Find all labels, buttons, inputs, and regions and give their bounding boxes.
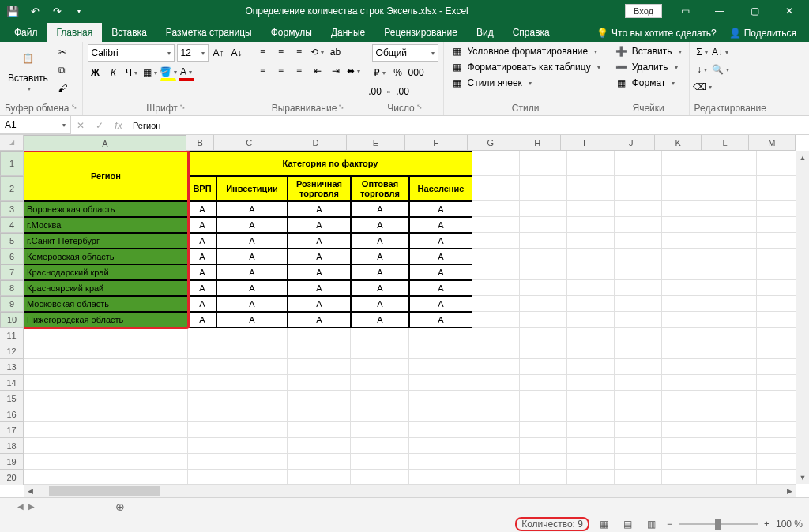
cell-value[interactable]: A bbox=[351, 296, 409, 312]
cell[interactable] bbox=[288, 359, 351, 375]
indent-inc-icon[interactable]: ⇥ bbox=[328, 63, 344, 79]
cell-value[interactable]: A bbox=[288, 249, 351, 264]
row-header-19[interactable]: 19 bbox=[0, 454, 24, 470]
cell-value[interactable]: A bbox=[409, 249, 472, 264]
cell[interactable] bbox=[472, 280, 520, 296]
italic-button[interactable]: К bbox=[106, 65, 122, 81]
cell[interactable] bbox=[472, 249, 520, 264]
cell[interactable] bbox=[288, 454, 351, 470]
cell[interactable] bbox=[757, 280, 796, 296]
cell[interactable] bbox=[351, 422, 409, 438]
cell-value[interactable]: A bbox=[288, 201, 351, 217]
comma-icon[interactable]: 000 bbox=[408, 65, 424, 81]
undo-icon[interactable]: ↶ bbox=[25, 2, 44, 21]
cell[interactable] bbox=[409, 359, 472, 375]
cell-value[interactable]: A bbox=[288, 280, 351, 296]
tab-view[interactable]: Вид bbox=[467, 23, 503, 42]
cell-value[interactable]: A bbox=[216, 233, 288, 249]
cell[interactable] bbox=[472, 375, 520, 391]
cell[interactable] bbox=[216, 422, 288, 438]
cell-region[interactable]: Нижегородская область bbox=[24, 312, 188, 328]
cell[interactable] bbox=[567, 296, 615, 312]
cell[interactable] bbox=[24, 391, 188, 406]
cell[interactable] bbox=[662, 375, 709, 391]
cell[interactable] bbox=[409, 328, 472, 343]
cell[interactable] bbox=[709, 176, 757, 201]
cell[interactable] bbox=[757, 406, 796, 422]
fx-icon[interactable]: fx bbox=[109, 116, 128, 134]
cell-header-retail[interactable]: Розничная торговля bbox=[288, 176, 351, 201]
select-all-corner[interactable]: ◢ bbox=[0, 135, 24, 151]
cell-region[interactable]: г.Москва bbox=[24, 217, 188, 233]
cell[interactable] bbox=[615, 422, 662, 438]
cell[interactable] bbox=[615, 470, 662, 484]
grow-font-icon[interactable]: A↑ bbox=[211, 45, 227, 61]
row-header-14[interactable]: 14 bbox=[0, 375, 24, 391]
cell[interactable] bbox=[709, 280, 757, 296]
cell-value[interactable]: A bbox=[351, 249, 409, 264]
cell[interactable] bbox=[615, 233, 662, 249]
cell[interactable] bbox=[472, 296, 520, 312]
cell[interactable] bbox=[188, 375, 216, 391]
cell[interactable] bbox=[567, 328, 615, 343]
cell[interactable] bbox=[662, 343, 709, 359]
cell[interactable] bbox=[520, 151, 567, 176]
cell[interactable] bbox=[709, 217, 757, 233]
cell[interactable] bbox=[520, 217, 567, 233]
cell[interactable] bbox=[351, 438, 409, 454]
tab-help[interactable]: Справка bbox=[503, 23, 559, 42]
cell-styles-button[interactable]: ▦Стили ячеек▾ bbox=[449, 76, 534, 90]
cell[interactable] bbox=[567, 406, 615, 422]
cell-value[interactable]: A bbox=[216, 217, 288, 233]
cell[interactable] bbox=[757, 296, 796, 312]
cell-value[interactable]: A bbox=[188, 217, 216, 233]
cell[interactable] bbox=[188, 422, 216, 438]
cell-value[interactable]: A bbox=[351, 264, 409, 280]
cell[interactable] bbox=[709, 264, 757, 280]
cell[interactable] bbox=[757, 438, 796, 454]
cell[interactable] bbox=[520, 359, 567, 375]
number-format-select[interactable]: Общий▾ bbox=[372, 44, 438, 62]
cell[interactable] bbox=[615, 359, 662, 375]
row-header-9[interactable]: 9 bbox=[0, 296, 24, 312]
cell-value[interactable]: A bbox=[288, 233, 351, 249]
cell-value[interactable]: A bbox=[216, 201, 288, 217]
copy-icon[interactable]: ⧉ bbox=[55, 62, 70, 78]
launcher-icon[interactable]: ⤡ bbox=[338, 103, 344, 114]
cell[interactable] bbox=[662, 406, 709, 422]
row-header-16[interactable]: 16 bbox=[0, 406, 24, 422]
cell[interactable] bbox=[709, 406, 757, 422]
ribbon-options-icon[interactable]: ▭ bbox=[668, 0, 702, 22]
cell[interactable] bbox=[709, 312, 757, 328]
cell[interactable] bbox=[709, 422, 757, 438]
cell-header-whole[interactable]: Оптовая торговля bbox=[351, 176, 409, 201]
cell[interactable] bbox=[662, 176, 709, 201]
tab-home[interactable]: Главная bbox=[47, 23, 103, 42]
zoom-thumb[interactable] bbox=[715, 519, 721, 530]
qat-customize-icon[interactable]: ▾ bbox=[70, 2, 88, 21]
cell[interactable] bbox=[662, 280, 709, 296]
cell[interactable] bbox=[520, 296, 567, 312]
cell[interactable] bbox=[615, 264, 662, 280]
launcher-icon[interactable]: ⤡ bbox=[179, 103, 186, 114]
maximize-icon[interactable]: ▢ bbox=[738, 0, 771, 22]
cell[interactable] bbox=[409, 422, 472, 438]
find-icon[interactable]: 🔍▾ bbox=[713, 62, 728, 77]
cell[interactable] bbox=[615, 296, 662, 312]
cell-value[interactable]: A bbox=[351, 201, 409, 217]
cell[interactable] bbox=[351, 328, 409, 343]
cell[interactable] bbox=[757, 375, 796, 391]
cancel-formula-icon[interactable]: ✕ bbox=[71, 116, 90, 134]
cell-value[interactable]: A bbox=[188, 280, 216, 296]
cell-header-inv[interactable]: Инвестиции bbox=[216, 176, 288, 201]
cell-value[interactable]: A bbox=[188, 296, 216, 312]
cell[interactable] bbox=[188, 406, 216, 422]
cell[interactable] bbox=[288, 375, 351, 391]
cell[interactable] bbox=[520, 201, 567, 217]
cell[interactable] bbox=[757, 249, 796, 264]
cell[interactable] bbox=[216, 375, 288, 391]
row-headers[interactable]: 1234567891011121314151617181920 bbox=[0, 151, 24, 484]
cell[interactable] bbox=[662, 470, 709, 484]
cell[interactable] bbox=[662, 151, 709, 176]
share-button[interactable]: 👤Поделиться bbox=[723, 24, 803, 42]
